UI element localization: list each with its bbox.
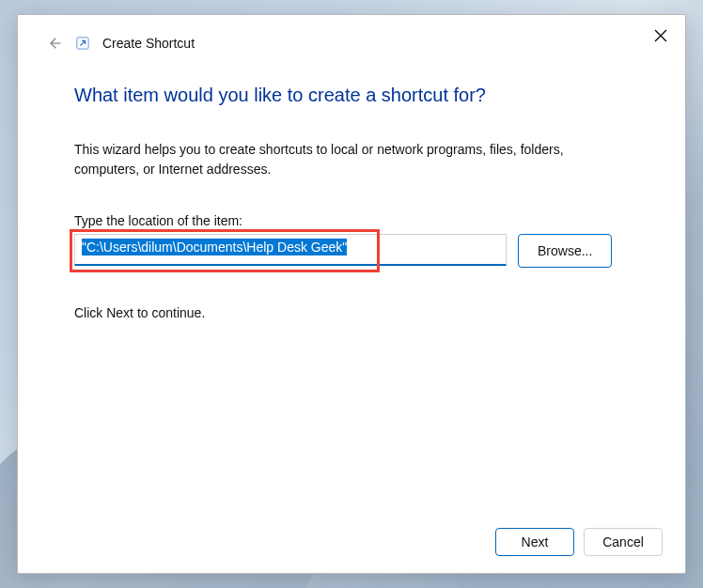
back-button[interactable] [44,34,63,53]
close-icon [654,29,667,42]
browse-button[interactable]: Browse... [518,234,612,268]
location-row: "C:\Users\dilum\Documents\Help Desk Geek… [74,234,629,268]
dialog-content: What item would you like to create a sho… [18,62,685,517]
location-input[interactable] [74,234,507,266]
titlebar: Create Shortcut [18,15,685,62]
cancel-button[interactable]: Cancel [584,528,663,556]
location-label: Type the location of the item: [74,213,629,228]
next-button[interactable]: Next [495,528,574,556]
arrow-left-icon [45,35,62,52]
window-title: Create Shortcut [102,36,195,51]
continue-text: Click Next to continue. [74,305,629,320]
wizard-description: This wizard helps you to create shortcut… [74,140,629,179]
create-shortcut-dialog: Create Shortcut What item would you like… [17,14,686,574]
shortcut-arrow-icon [76,37,89,50]
location-input-wrap: "C:\Users\dilum\Documents\Help Desk Geek… [74,234,507,266]
dialog-footer: Next Cancel [18,517,685,573]
page-heading: What item would you like to create a sho… [74,85,629,106]
close-button[interactable] [648,23,674,49]
